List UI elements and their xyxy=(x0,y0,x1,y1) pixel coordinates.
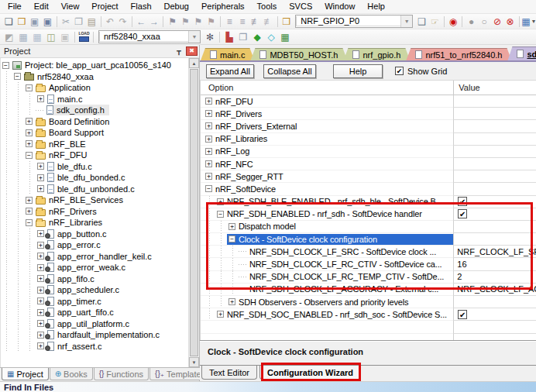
project-tree-scrollbar[interactable]: ▲ ▼ xyxy=(188,58,199,367)
config-value-cell[interactable] xyxy=(453,183,536,195)
expand-icon[interactable]: + xyxy=(37,297,44,304)
expand-icon[interactable]: + xyxy=(217,311,224,318)
copy-icon[interactable]: ❐ xyxy=(72,15,85,28)
config-value-cell[interactable] xyxy=(453,120,536,132)
rebuild-all-icon[interactable]: ▦ xyxy=(30,31,44,43)
checked-checkbox[interactable]: ✔ xyxy=(458,197,467,206)
config-row[interactable]: +nRF_Log xyxy=(201,146,536,158)
manage-components-icon[interactable]: ❐ xyxy=(236,31,250,43)
expand-icon[interactable]: + xyxy=(228,298,235,305)
config-row[interactable]: NRF_SDH_CLOCK_LF_SRC - SoftDevice clock … xyxy=(201,246,536,258)
tree-item[interactable]: +ble_dfu_bonded.c xyxy=(1,172,188,184)
expand-icon[interactable]: + xyxy=(37,242,44,249)
panel-tab-functions[interactable]: {}Functions xyxy=(94,368,149,380)
expand-icon[interactable]: + xyxy=(26,208,33,215)
scroll-down-icon[interactable]: ▼ xyxy=(189,357,199,367)
menu-peripherals[interactable]: Peripherals xyxy=(195,1,251,12)
expand-icon[interactable]: + xyxy=(205,136,212,143)
undo-icon[interactable]: ↶ xyxy=(104,15,117,28)
collapse-icon[interactable]: − xyxy=(228,236,235,242)
find-in-files-icon[interactable]: ❑ xyxy=(415,15,428,28)
uncomment-icon[interactable]: ≢ xyxy=(262,15,275,28)
expand-icon[interactable]: + xyxy=(26,197,33,204)
menu-svcs[interactable]: SVCS xyxy=(283,1,318,12)
panel-tab-project[interactable]: ▦Project xyxy=(2,368,49,380)
tree-item[interactable]: sdk_config.h xyxy=(1,105,188,116)
comment-icon[interactable]: ≢ xyxy=(249,15,262,28)
tree-item[interactable]: +hardfault_implementation.c xyxy=(1,329,188,341)
expand-icon[interactable]: + xyxy=(37,174,44,181)
menu-debug[interactable]: Debug xyxy=(158,1,195,12)
symbol-search-combo[interactable]: NRF_GPIO_P0▼ xyxy=(295,15,413,28)
save-icon[interactable]: ▣ xyxy=(28,15,41,28)
config-row[interactable]: +nRF_Segger_RTT xyxy=(201,170,536,183)
tree-item[interactable]: +nRF_Drivers xyxy=(1,206,188,218)
config-row[interactable]: −Clock - SoftDevice clock configuration xyxy=(201,233,536,246)
tree-item[interactable]: +nRF_BLE_Services xyxy=(1,194,188,206)
config-value-cell[interactable] xyxy=(453,133,536,146)
config-value-cell[interactable] xyxy=(453,321,536,333)
bookmark-toggle-icon[interactable]: ⚑ xyxy=(166,15,179,28)
tree-item[interactable]: +app_util_platform.c xyxy=(1,318,188,330)
config-value-cell[interactable]: 2 xyxy=(453,271,536,284)
expand-icon[interactable]: + xyxy=(228,223,235,230)
collapse-icon[interactable]: − xyxy=(26,152,33,159)
expand-icon[interactable]: + xyxy=(205,110,212,117)
tree-item[interactable]: +Board Support xyxy=(1,127,188,139)
tree-item[interactable]: −Project: ble_app_uart_pca10056_s140 xyxy=(1,60,188,71)
paste-icon[interactable]: ▤ xyxy=(85,15,98,28)
config-row[interactable]: +nRF_DFU xyxy=(201,95,536,108)
expand-icon[interactable]: + xyxy=(37,332,44,339)
build-icon[interactable]: ▦ xyxy=(16,31,30,43)
new-file-icon[interactable]: ❏ xyxy=(2,15,15,28)
expand-icon[interactable]: + xyxy=(217,198,224,205)
config-value-cell[interactable] xyxy=(453,146,536,158)
tree-item[interactable]: +app_uart_fifo.c xyxy=(1,307,188,318)
insert-breakpoint-icon[interactable]: ● xyxy=(465,15,478,28)
scrollbar-thumb[interactable] xyxy=(190,69,198,356)
kill-all-breakpoints-icon[interactable]: ⊗ xyxy=(503,15,517,28)
collapse-icon[interactable]: − xyxy=(2,62,9,69)
stop-build-icon[interactable]: ▣ xyxy=(58,31,72,43)
collapse-all-button[interactable]: Collapse All xyxy=(263,64,316,78)
scroll-up-icon[interactable]: ▲ xyxy=(189,58,199,68)
expand-all-button[interactable]: Expand All xyxy=(206,64,254,78)
window-layout-icon[interactable]: ▦▼ xyxy=(522,15,536,28)
config-row[interactable]: +nRF_Drivers xyxy=(201,108,536,120)
redo-icon[interactable]: ↷ xyxy=(116,15,129,28)
help-button[interactable]: Help xyxy=(333,64,383,78)
tree-item[interactable]: −nRF_Libraries xyxy=(1,217,188,229)
expand-icon[interactable]: + xyxy=(37,275,44,282)
select-packs-icon[interactable]: ◆ xyxy=(250,31,264,43)
expand-icon[interactable]: + xyxy=(26,129,33,136)
show-grid-checkbox[interactable]: ✔ xyxy=(395,67,404,75)
chevron-down-icon[interactable]: ▼ xyxy=(188,31,200,43)
tree-item[interactable]: +nRF_BLE xyxy=(1,139,188,150)
collapse-icon[interactable]: − xyxy=(14,73,21,80)
tree-item[interactable]: +app_error_handler_keil.c xyxy=(1,251,188,263)
config-row[interactable]: +NRF_SDH_BLE_ENABLED - nrf_sdh_ble - Sof… xyxy=(201,196,536,208)
expand-icon[interactable]: + xyxy=(205,98,212,105)
translate-file-icon[interactable]: ◩ xyxy=(2,31,16,43)
open-file-icon[interactable]: ❒ xyxy=(15,15,29,28)
expand-icon[interactable]: + xyxy=(205,148,212,155)
collapse-icon[interactable]: − xyxy=(26,84,33,91)
config-row[interactable]: +NRF_SDH_SOC_ENABLED - nrf_sdh_soc - Sof… xyxy=(201,308,536,321)
config-row[interactable]: +nRF_Libraries xyxy=(201,133,536,146)
config-row[interactable]: +SDH Observers - Observers and priority … xyxy=(201,296,536,308)
enable-breakpoint-icon[interactable]: ○ xyxy=(478,15,491,28)
config-value-cell[interactable] xyxy=(453,108,536,120)
expand-icon[interactable]: + xyxy=(37,163,44,170)
panel-tab-books[interactable]: ⊕Books xyxy=(50,368,93,380)
pin-icon[interactable]: ┳ xyxy=(174,47,184,55)
config-value-cell[interactable]: NRF_CLOCK_LF_SRC_RC xyxy=(453,246,536,258)
tree-item[interactable]: +ble_dfu.c xyxy=(1,161,188,173)
bookmark-next-icon[interactable]: ⚑ xyxy=(192,15,205,28)
expand-icon[interactable]: + xyxy=(37,185,44,192)
menu-help[interactable]: Help xyxy=(361,1,391,12)
config-row[interactable]: +nRF_Drivers_External xyxy=(201,120,536,132)
editor-mode-tab-text-editor[interactable]: Text Editor xyxy=(201,366,257,380)
navigate-forward-icon[interactable]: → xyxy=(148,15,161,28)
collapse-icon[interactable]: − xyxy=(205,185,212,192)
open-header-icon[interactable]: ❒ xyxy=(280,15,294,28)
